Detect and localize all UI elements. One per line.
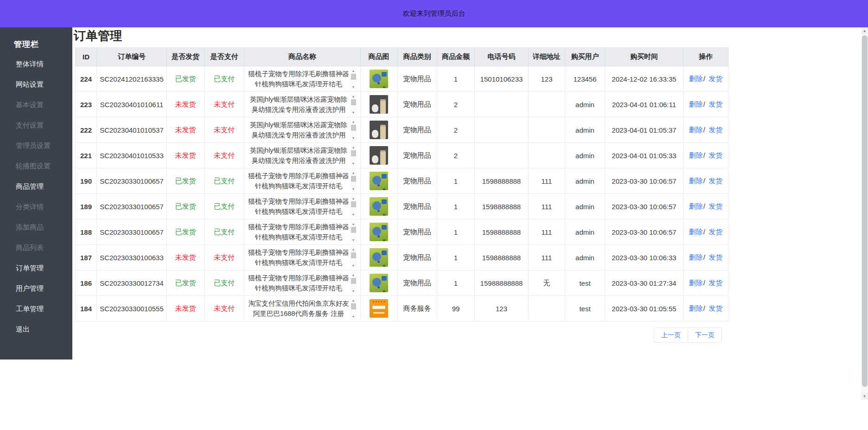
ship-link[interactable]: 发货 bbox=[708, 100, 722, 108]
cat-shampoo-product-image bbox=[370, 95, 388, 114]
scrollbar-thumb[interactable] bbox=[351, 74, 356, 80]
scroll-down-icon[interactable]: ▼ bbox=[352, 85, 355, 89]
product-name-scrollbar[interactable]: ▲▼ bbox=[350, 119, 357, 141]
product-name-scrollbox[interactable]: 猫梳子宠物专用除浮毛刷撸猫神器针梳狗狗猫咪毛发清理开结毛▲▼ bbox=[248, 170, 357, 192]
payment-status-cell: 已支付 bbox=[204, 270, 244, 296]
product-name-scrollbar[interactable]: ▲▼ bbox=[350, 145, 357, 166]
scroll-down-icon[interactable]: ▼ bbox=[861, 393, 868, 400]
ship-link[interactable]: 发货 bbox=[708, 151, 722, 159]
product-name-scrollbox[interactable]: 猫梳子宠物专用除浮毛刷撸猫神器针梳狗狗猫咪毛发清理开结毛▲▼ bbox=[248, 196, 357, 217]
product-name-scrollbar[interactable]: ▲▼ bbox=[350, 247, 357, 268]
sidebar-item-add-product[interactable]: 添加商品 bbox=[0, 217, 72, 237]
address-cell bbox=[529, 117, 565, 143]
product-name-scrollbox[interactable]: 淘宝支付宝信用代拍闲鱼京东好友阿里巴巴1688代商务服务 注册▲▼ bbox=[248, 298, 357, 319]
product-name-scrollbox[interactable]: 猫梳子宠物专用除浮毛刷撸猫神器针梳狗狗猫咪毛发清理开结毛▲▼ bbox=[248, 68, 357, 90]
ship-link[interactable]: 发货 bbox=[708, 202, 722, 210]
sidebar-item-carousel-settings[interactable]: 轮播图设置 bbox=[0, 156, 72, 176]
next-page-button[interactable]: 下一页 bbox=[688, 327, 722, 343]
sidebar-item-logout[interactable]: 退出 bbox=[0, 319, 72, 340]
sidebar-item-product-list[interactable]: 商品列表 bbox=[0, 237, 72, 258]
product-name-scrollbar[interactable]: ▲▼ bbox=[350, 196, 357, 217]
product-name-scrollbar[interactable]: ▲▼ bbox=[350, 68, 357, 90]
scrollbar-thumb[interactable] bbox=[351, 125, 356, 131]
sidebar-item-basic-settings[interactable]: 基本设置 bbox=[0, 95, 72, 115]
ship-link[interactable]: 发货 bbox=[708, 253, 722, 261]
scroll-down-icon[interactable]: ▼ bbox=[352, 212, 355, 217]
sidebar-item-order-management[interactable]: 订单管理 bbox=[0, 258, 72, 278]
scrollbar-thumb[interactable] bbox=[351, 303, 356, 309]
scroll-down-icon[interactable]: ▼ bbox=[352, 314, 355, 319]
shipping-status-cell: 未发货 bbox=[167, 245, 204, 270]
table-row: 187SC20230330100633未发货未支付猫梳子宠物专用除浮毛刷撸猫神器… bbox=[76, 245, 728, 270]
ship-link[interactable]: 发货 bbox=[708, 75, 722, 83]
scrollbar-thumb[interactable] bbox=[351, 150, 356, 156]
scroll-up-icon[interactable]: ▲ bbox=[352, 69, 355, 73]
product-name-scrollbox[interactable]: 英国jhly银渐层猫咪沐浴露宠物除臭幼猫洗澡专用浴液香波洗护用▲▼ bbox=[248, 94, 357, 115]
product-name-scrollbar[interactable]: ▲▼ bbox=[350, 221, 357, 243]
product-name-scrollbox[interactable]: 英国jhly银渐层猫咪沐浴露宠物除臭幼猫洗澡专用浴液香波洗护用▲▼ bbox=[248, 145, 357, 166]
shipping-status-badge: 已发货 bbox=[175, 75, 196, 83]
scrollbar-thumb[interactable] bbox=[862, 35, 868, 387]
product-name-text: 猫梳子宠物专用除浮毛刷撸猫神器针梳狗狗猫咪毛发清理开结毛 bbox=[248, 221, 350, 243]
scroll-down-icon[interactable]: ▼ bbox=[352, 136, 355, 140]
scroll-up-icon[interactable]: ▲ bbox=[352, 247, 355, 251]
ship-link[interactable]: 发货 bbox=[708, 279, 722, 287]
product-name-scrollbox[interactable]: 猫梳子宠物专用除浮毛刷撸猫神器针梳狗狗猫咪毛发清理开结毛▲▼ bbox=[248, 247, 357, 268]
product-name-scrollbar[interactable]: ▲▼ bbox=[350, 272, 357, 294]
scroll-up-icon[interactable]: ▲ bbox=[352, 145, 355, 149]
scroll-down-icon[interactable]: ▼ bbox=[352, 110, 355, 115]
product-name-scrollbox[interactable]: 英国jhly银渐层猫咪沐浴露宠物除臭幼猫洗澡专用浴液香波洗护用▲▼ bbox=[248, 119, 357, 141]
scrollbar-thumb[interactable] bbox=[351, 176, 356, 182]
delete-link[interactable]: 删除 bbox=[689, 202, 703, 210]
scrollbar-thumb[interactable] bbox=[351, 227, 356, 233]
scrollbar-thumb[interactable] bbox=[351, 201, 356, 207]
sidebar-item-category-details[interactable]: 分类详情 bbox=[0, 197, 72, 217]
delete-link[interactable]: 删除 bbox=[689, 177, 703, 185]
delete-link[interactable]: 删除 bbox=[689, 279, 703, 287]
product-name-scrollbox[interactable]: 猫梳子宠物专用除浮毛刷撸猫神器针梳狗狗猫咪毛发清理开结毛▲▼ bbox=[248, 221, 357, 243]
ship-link[interactable]: 发货 bbox=[708, 177, 722, 185]
scrollbar-thumb[interactable] bbox=[351, 99, 356, 105]
sidebar-item-ticket-management[interactable]: 工单管理 bbox=[0, 299, 72, 319]
sidebar-item-user-management[interactable]: 用户管理 bbox=[0, 278, 72, 299]
window-scrollbar[interactable]: ▲ ▼ bbox=[861, 27, 868, 400]
scroll-down-icon[interactable]: ▼ bbox=[352, 238, 355, 242]
ship-link[interactable]: 发货 bbox=[708, 304, 722, 312]
scroll-up-icon[interactable]: ▲ bbox=[352, 120, 355, 124]
delete-link[interactable]: 删除 bbox=[689, 253, 703, 261]
scroll-up-icon[interactable]: ▲ bbox=[352, 196, 355, 200]
scroll-down-icon[interactable]: ▼ bbox=[352, 289, 355, 293]
delete-link[interactable]: 删除 bbox=[689, 75, 703, 83]
sidebar-item-overall-details[interactable]: 整体详情 bbox=[0, 54, 72, 74]
ship-link[interactable]: 发货 bbox=[708, 126, 722, 134]
sidebar-item-admin-settings[interactable]: 管理员设置 bbox=[0, 135, 72, 156]
sidebar-item-payment-settings[interactable]: 支付设置 bbox=[0, 115, 72, 135]
product-name-scrollbar[interactable]: ▲▼ bbox=[350, 170, 357, 192]
delete-link[interactable]: 删除 bbox=[689, 304, 703, 312]
product-name-scrollbox[interactable]: 猫梳子宠物专用除浮毛刷撸猫神器针梳狗狗猫咪毛发清理开结毛▲▼ bbox=[248, 272, 357, 294]
scroll-up-icon[interactable]: ▲ bbox=[352, 171, 355, 175]
action-separator: / bbox=[703, 279, 705, 287]
product-name-scrollbar[interactable]: ▲▼ bbox=[350, 298, 357, 319]
sidebar-item-site-settings[interactable]: 网站设置 bbox=[0, 74, 72, 95]
scroll-down-icon[interactable]: ▼ bbox=[352, 263, 355, 268]
cat-brush-product-image bbox=[370, 274, 388, 292]
scrollbar-thumb[interactable] bbox=[351, 252, 356, 258]
prev-page-button[interactable]: 上一页 bbox=[654, 327, 688, 343]
delete-link[interactable]: 删除 bbox=[689, 228, 703, 236]
scroll-up-icon[interactable]: ▲ bbox=[352, 94, 355, 98]
scroll-up-icon[interactable]: ▲ bbox=[861, 27, 868, 34]
scroll-down-icon[interactable]: ▼ bbox=[352, 187, 355, 191]
scroll-up-icon[interactable]: ▲ bbox=[352, 298, 355, 302]
scroll-up-icon[interactable]: ▲ bbox=[352, 222, 355, 226]
ship-link[interactable]: 发货 bbox=[708, 228, 722, 236]
scroll-up-icon[interactable]: ▲ bbox=[352, 273, 355, 277]
scrollbar-thumb[interactable] bbox=[351, 278, 356, 284]
delete-link[interactable]: 删除 bbox=[689, 151, 703, 159]
buyer-cell: test bbox=[565, 270, 605, 296]
delete-link[interactable]: 删除 bbox=[689, 100, 703, 108]
sidebar-item-product-management[interactable]: 商品管理 bbox=[0, 176, 72, 197]
delete-link[interactable]: 删除 bbox=[689, 126, 703, 134]
scroll-down-icon[interactable]: ▼ bbox=[352, 161, 355, 166]
product-name-scrollbar[interactable]: ▲▼ bbox=[350, 94, 357, 115]
